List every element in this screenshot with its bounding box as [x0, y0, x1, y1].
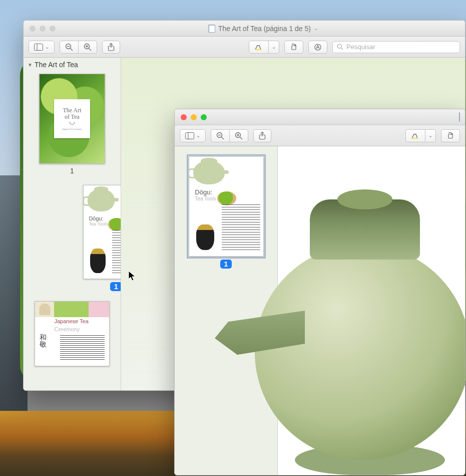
svg-rect-12 [292, 46, 296, 50]
zoom-out-button[interactable] [211, 129, 230, 142]
sidebar-icon [185, 132, 194, 139]
zoom-out-icon [65, 43, 73, 51]
zoom-in-button[interactable] [79, 41, 97, 54]
svg-rect-27 [412, 138, 418, 139]
search-icon [337, 44, 343, 50]
thumbnail-page-1[interactable]: The Art of Tea Japanese Tea Ceremony [39, 74, 105, 164]
traffic-lights [175, 114, 213, 120]
chevron-down-icon: ⌄ [272, 44, 276, 50]
title-chevron-icon[interactable]: ⌄ [314, 25, 318, 32]
zoom-button[interactable] [50, 26, 56, 32]
rotate-icon [290, 43, 298, 51]
preview-window-front: ⌄ ⌄ [174, 109, 465, 475]
svg-rect-28 [448, 134, 452, 138]
svg-line-15 [341, 48, 343, 50]
highlight-icon [411, 132, 420, 139]
teapot-image [210, 179, 465, 475]
thumbnail-page-2-insert[interactable]: Dōgu: Tea Tools [83, 185, 121, 279]
sidebar-toggle-button[interactable]: ⌄ [180, 129, 206, 142]
pg2-subheading: Tea Tools [89, 221, 108, 226]
highlight-menu-button[interactable]: ⌄ [425, 129, 436, 142]
svg-rect-11 [255, 49, 261, 50]
zoom-in-icon [235, 132, 243, 140]
svg-line-22 [240, 137, 243, 139]
minimize-button[interactable] [191, 114, 197, 120]
rotate-icon [446, 132, 454, 140]
pg3-ideograms: 和 敬 [40, 334, 47, 348]
zoom-in-button[interactable] [230, 129, 248, 142]
disclosure-triangle-icon[interactable]: ▼ [28, 62, 33, 68]
rotate-button[interactable] [441, 129, 460, 142]
share-icon [108, 43, 115, 51]
window-title: The Art of Tea (página 1 de 5) ⌄ [62, 25, 465, 33]
document-icon [459, 112, 460, 122]
thumbnail-page-3[interactable]: Japanese Tea Ceremony 和 敬 [35, 301, 110, 366]
pg3-subheading: Ceremony [54, 326, 80, 332]
chevron-down-icon: ⌄ [45, 44, 49, 50]
sidebar-icon [34, 44, 43, 51]
share-button[interactable] [102, 41, 120, 54]
sidebar-header[interactable]: ▼ The Art of Tea [24, 58, 121, 71]
markup-button[interactable] [308, 41, 327, 54]
pg3-heading: Japanese Tea [54, 318, 88, 324]
sidebar-toggle-button[interactable]: ⌄ [29, 41, 55, 54]
chevron-down-icon: ⌄ [428, 133, 432, 138]
zoom-in-icon [84, 43, 92, 51]
svg-line-6 [89, 48, 92, 51]
toolbar-front: ⌄ ⌄ [175, 125, 465, 146]
share-button[interactable] [253, 129, 271, 142]
toolbar-back: ⌄ ⌄ Pesq [24, 37, 465, 58]
share-icon [259, 132, 266, 140]
search-input[interactable]: Pesquisar [332, 41, 460, 53]
search-placeholder: Pesquisar [346, 43, 375, 51]
close-button[interactable] [181, 114, 187, 120]
svg-line-3 [71, 48, 73, 51]
titlebar-back[interactable]: The Art of Tea (página 1 de 5) ⌄ [24, 21, 465, 37]
svg-point-14 [337, 44, 341, 48]
highlight-button[interactable] [405, 129, 425, 142]
teacup-icon [70, 122, 75, 125]
thumbnail-sidebar-back: ▼ The Art of Tea The Art of Tea Japanese… [24, 58, 121, 390]
svg-rect-0 [35, 44, 43, 50]
chevron-down-icon: ⌄ [196, 133, 200, 138]
titlebar-front[interactable] [175, 109, 465, 125]
thumbnail-2-insert-badge: 1 [110, 282, 121, 291]
highlight-icon [254, 44, 263, 51]
cover-title-line1: The Art [63, 107, 81, 114]
zoom-button[interactable] [201, 114, 207, 120]
content-area-front[interactable] [278, 146, 465, 475]
pg2-heading: Dōgu: [89, 215, 108, 221]
svg-line-19 [222, 137, 224, 139]
minimize-button[interactable] [40, 26, 46, 32]
document-icon [208, 25, 215, 33]
zoom-out-icon [216, 132, 224, 140]
cover-title-line2: of Tea [65, 114, 80, 120]
thumbnail-1-label: 1 [70, 167, 74, 175]
rotate-button[interactable] [284, 41, 303, 54]
svg-rect-16 [186, 132, 194, 139]
window-title-text: The Art of Tea (página 1 de 5) [218, 25, 311, 33]
highlight-button[interactable] [249, 41, 269, 54]
close-button[interactable] [30, 26, 36, 32]
sidebar-title: The Art of Tea [35, 61, 78, 69]
zoom-out-button[interactable] [60, 41, 79, 54]
cover-subtitle: Japanese Tea Ceremony [63, 128, 82, 130]
traffic-lights [24, 26, 62, 32]
markup-icon [314, 43, 322, 51]
highlight-menu-button[interactable]: ⌄ [269, 41, 279, 54]
